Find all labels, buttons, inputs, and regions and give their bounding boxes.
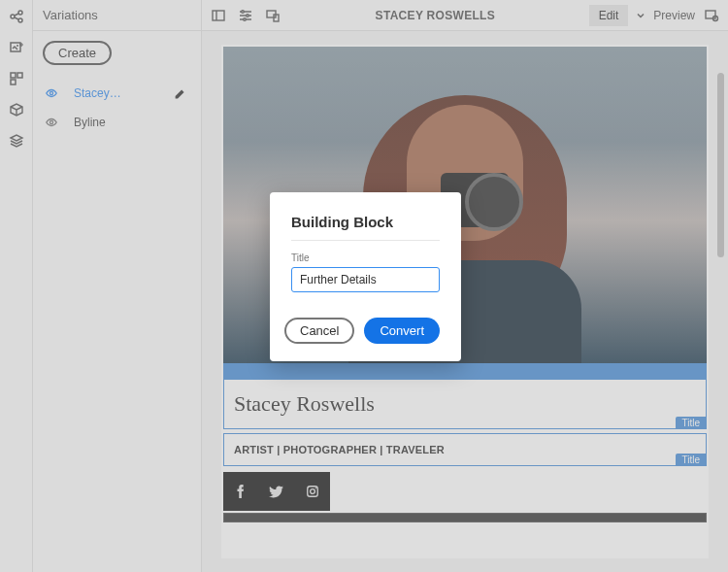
instagram-icon[interactable] — [305, 484, 320, 499]
social-bar — [223, 472, 330, 511]
component-chip[interactable]: Title — [676, 454, 706, 466]
left-icon-rail — [0, 0, 33, 572]
title-input[interactable] — [291, 267, 440, 292]
preview-button[interactable]: Preview — [653, 9, 695, 22]
svg-point-4 — [17, 45, 18, 47]
variations-panel: Variations Create Stacey… Byli — [33, 0, 202, 572]
svg-point-1 — [18, 11, 22, 15]
title-field-label: Title — [291, 252, 440, 263]
convert-button[interactable]: Convert — [364, 318, 440, 344]
variation-item-stacey[interactable]: Stacey… — [43, 79, 191, 108]
cancel-button[interactable]: Cancel — [284, 318, 354, 344]
page-title: STACEY ROSWELLS — [291, 9, 579, 22]
visibility-icon[interactable] — [43, 86, 60, 100]
image-plus-icon[interactable] — [8, 39, 25, 56]
share-icon[interactable] — [8, 8, 25, 25]
title-text: Stacey Roswells — [224, 380, 706, 428]
dialog-heading: Building Block — [291, 214, 440, 241]
pencil-icon[interactable] — [174, 87, 191, 100]
svg-point-20 — [314, 488, 315, 488]
subtitle-component[interactable]: ARTIST | PHOTOGRAPHER | TRAVELER Title — [223, 433, 707, 466]
devices-icon[interactable] — [264, 7, 281, 24]
title-component[interactable]: Stacey Roswells Title — [223, 379, 707, 429]
chevron-down-icon[interactable] — [636, 11, 645, 20]
component-chip[interactable]: Title — [676, 417, 706, 429]
visibility-icon[interactable] — [43, 116, 60, 129]
svg-point-13 — [244, 17, 247, 20]
vertical-scrollbar[interactable] — [717, 73, 724, 257]
selection-bar[interactable] — [223, 363, 707, 379]
layers-icon[interactable] — [8, 132, 25, 150]
svg-rect-7 — [11, 80, 16, 84]
variation-label: Stacey… — [74, 86, 174, 100]
sliders-icon[interactable] — [237, 7, 254, 24]
edit-mode-button[interactable]: Edit — [589, 5, 629, 26]
editor-toolbar: STACEY ROSWELLS Edit Preview — [202, 0, 728, 31]
svg-point-2 — [18, 18, 22, 22]
package-icon[interactable] — [8, 101, 25, 118]
svg-point-8 — [50, 91, 52, 94]
preview-settings-icon[interactable] — [703, 7, 720, 24]
svg-point-9 — [50, 120, 52, 123]
create-button[interactable]: Create — [43, 41, 112, 65]
svg-point-0 — [11, 15, 15, 18]
variations-panel-title: Variations — [33, 0, 201, 31]
panel-toggle-icon[interactable] — [210, 7, 227, 24]
facebook-icon[interactable] — [233, 484, 248, 499]
svg-point-12 — [247, 14, 249, 17]
twitter-icon[interactable] — [269, 484, 284, 499]
variation-item-byline[interactable]: Byline — [43, 108, 191, 137]
horizontal-scroll[interactable] — [223, 513, 707, 522]
svg-rect-10 — [213, 11, 224, 20]
svg-point-11 — [242, 10, 245, 13]
components-icon[interactable] — [8, 70, 25, 87]
svg-rect-6 — [17, 73, 22, 78]
variation-label: Byline — [74, 116, 191, 129]
subtitle-text: ARTIST | PHOTOGRAPHER | TRAVELER — [224, 434, 706, 465]
building-block-dialog: Building Block Title Cancel Convert — [270, 192, 461, 361]
svg-rect-5 — [11, 73, 16, 78]
svg-point-19 — [310, 489, 314, 494]
